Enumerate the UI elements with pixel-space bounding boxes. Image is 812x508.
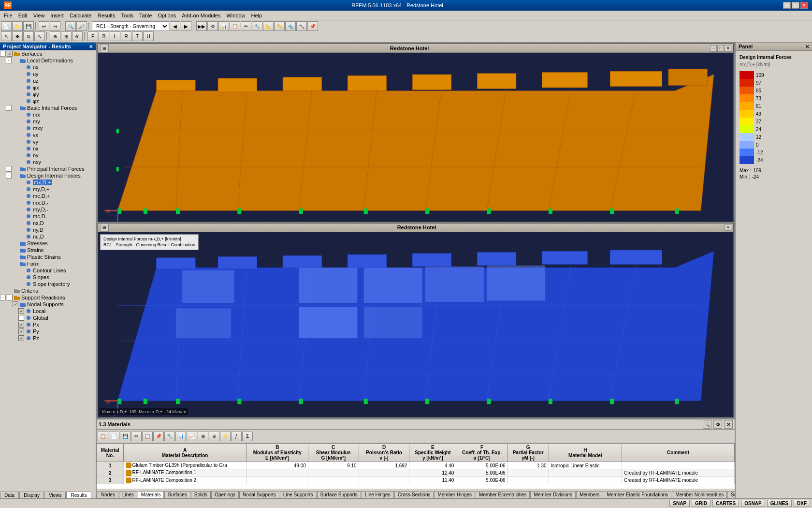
tree-checkbox[interactable] (18, 335, 24, 341)
menu-item-insert[interactable]: Insert (47, 12, 67, 19)
menu-item-view[interactable]: View (30, 12, 48, 19)
table-tb5[interactable]: 📋 (142, 432, 153, 441)
bottom-tab-solids[interactable]: Solids (191, 491, 211, 498)
tb3[interactable]: 📋 (230, 21, 240, 31)
status-btn-grid[interactable]: GRID (692, 500, 710, 507)
bottom-tab-member-eccentricities[interactable]: Member Eccentricities (476, 491, 530, 498)
table-tb9[interactable]: 📈 (187, 432, 197, 441)
snap-btn[interactable]: ⊕ (50, 31, 60, 41)
zoom-in-btn[interactable]: 🔍 (65, 21, 76, 31)
move-btn[interactable]: ✥ (12, 31, 23, 41)
open-btn[interactable]: 📁 (12, 21, 23, 31)
tree-item-ux[interactable]: ux (0, 64, 96, 71)
tree-item-mx-d-[interactable]: mx,D,+ (0, 179, 96, 186)
tb10[interactable]: 📌 (307, 21, 318, 31)
tree-item-support-reactions[interactable]: -Support Reactions (0, 294, 96, 301)
table-settings-btn[interactable]: ⚙ (713, 420, 722, 429)
redo-btn[interactable]: ↪ (50, 21, 60, 31)
status-btn-dxf[interactable]: DXF (794, 500, 810, 507)
status-btn-glines[interactable]: GLINES (767, 500, 792, 507)
table-tb4[interactable]: ✂ (131, 432, 142, 441)
tree-item-uz[interactable]: uz (0, 77, 96, 84)
tree-expand-btn[interactable]: - (6, 166, 12, 172)
tree-scroll[interactable]: -Surfaces-Local Deformationsuxuyuzφxφyφz… (0, 50, 96, 489)
bottom-tab-surface-supports[interactable]: Surface Supports (317, 491, 361, 498)
tb5[interactable]: 🔧 (252, 21, 262, 31)
tree-expand-btn[interactable]: - (6, 58, 12, 63)
left-btn[interactable]: L (110, 31, 120, 41)
tb9[interactable]: 🔨 (296, 21, 307, 31)
menu-item-table[interactable]: Table (136, 12, 155, 19)
tree-item-vy[interactable]: vy (0, 138, 96, 145)
menu-item-tools[interactable]: Tools (118, 12, 136, 19)
tree-item-py[interactable]: Py (0, 328, 96, 335)
new-btn[interactable]: 📄 (1, 21, 12, 31)
table-row[interactable]: 1Glulam Timber GL39h (Perpendicular to G… (97, 462, 735, 469)
tree-checkbox[interactable] (18, 322, 24, 328)
tree-item-local-deformations[interactable]: -Local Deformations (0, 57, 96, 64)
bottom-tab-line-supports[interactable]: Line Supports (280, 491, 317, 498)
tree-item-local[interactable]: Local (0, 308, 96, 314)
tree-item-form[interactable]: Form (0, 260, 96, 267)
tree-item-principal-internal-forces[interactable]: -Principal Internal Forces (0, 165, 96, 172)
next-btn[interactable]: ▶ (181, 21, 191, 31)
menu-item-add-on-modules[interactable]: Add-on Modules (179, 12, 223, 19)
maximize-btn[interactable]: □ (792, 2, 799, 9)
menu-item-results[interactable]: Results (95, 12, 118, 19)
close-btn[interactable]: ✕ (800, 2, 808, 9)
menu-item-help[interactable]: Help (248, 12, 265, 19)
tree-item-pz[interactable]: Pz (0, 335, 96, 342)
menu-item-window[interactable]: Window (223, 12, 248, 19)
tree-item-mc-d-[interactable]: mc,D,- (0, 213, 96, 220)
tb6[interactable]: 📐 (263, 21, 274, 31)
bottom-tab-member-nonlinearities[interactable]: Member Nonlinearities (672, 491, 727, 498)
bottom-tab-member-divisions[interactable]: Member Divisions (530, 491, 575, 498)
table-zoom-btn[interactable]: 🔍 (703, 420, 711, 429)
table-close-btn[interactable]: ✕ (724, 420, 733, 429)
table-tb14[interactable]: Σ (242, 432, 253, 441)
tab-data[interactable]: Data (0, 492, 19, 498)
tree-item-nxy[interactable]: nxy (0, 159, 96, 165)
viewport-bottom-content[interactable]: Design Internal Forces m-x,D,+ [kNm/m] R… (98, 232, 733, 417)
tab-results[interactable]: Results (66, 492, 91, 498)
menu-item-options[interactable]: Options (155, 12, 179, 19)
tree-item-ny-d[interactable]: ny,D (0, 226, 96, 233)
tree-checkbox[interactable] (18, 315, 24, 321)
bottom-tab-member-elastic-foundations[interactable]: Member Elastic Foundations (604, 491, 672, 498)
tree-item-criteria[interactable]: Criteria (0, 287, 96, 294)
bottom-tab-line-hinges[interactable]: Line Hinges (362, 491, 394, 498)
table-tb11[interactable]: ⊖ (209, 432, 219, 441)
viewport-close-btn[interactable]: ✕ (725, 45, 731, 52)
menu-item-file[interactable]: File (1, 12, 15, 19)
status-btn-osnap[interactable]: OSNAP (741, 500, 765, 507)
run-btn[interactable]: ▶▶ (196, 21, 207, 31)
table-content[interactable]: MaterialNo. AMaterial Description BModul… (97, 443, 735, 489)
viewport-bottom-close[interactable]: ✕ (725, 224, 731, 231)
tree-item-contour-lines[interactable]: Contour Lines (0, 267, 96, 274)
tb4[interactable]: ✏ (241, 21, 251, 31)
prev-btn[interactable]: ◀ (170, 21, 180, 31)
tree-item-my[interactable]: my (0, 118, 96, 125)
undo-btn[interactable]: ↩ (39, 21, 49, 31)
status-btn-snap[interactable]: SNAP (669, 500, 690, 507)
tree-checkbox[interactable] (7, 51, 13, 57)
table-tb3[interactable]: 💾 (120, 432, 130, 441)
bottom-tab-member-hinges[interactable]: Member Hinges (434, 491, 475, 498)
table-tb1[interactable]: 📋 (98, 432, 108, 441)
viewport-icon[interactable]: ⊞ (100, 44, 109, 53)
bottom-tab-cross-sections[interactable]: Cross-Sections (394, 491, 434, 498)
grid-btn[interactable]: ⊞ (61, 31, 72, 41)
table-tb12[interactable]: ⚡ (220, 432, 231, 441)
table-tb2[interactable]: 📄 (109, 432, 119, 441)
tree-expand-btn[interactable]: - (6, 173, 12, 179)
table-tb10[interactable]: ⊕ (198, 432, 208, 441)
rpanel-close-btn[interactable]: ✕ (805, 44, 809, 49)
bottom-tab-materials[interactable]: Materials (138, 491, 164, 498)
view3d-btn[interactable]: 🗗 (72, 31, 83, 41)
tree-item-slope-trajectory[interactable]: Slope trajectory (0, 281, 96, 287)
tb1[interactable]: ⚙ (207, 21, 218, 31)
tree-expand-btn[interactable]: - (6, 105, 12, 111)
tree-item-mx-d-[interactable]: mx,D,- (0, 199, 96, 206)
tree-item-vx[interactable]: vx (0, 132, 96, 138)
viewport-top-content[interactable]: X Z (98, 53, 733, 222)
